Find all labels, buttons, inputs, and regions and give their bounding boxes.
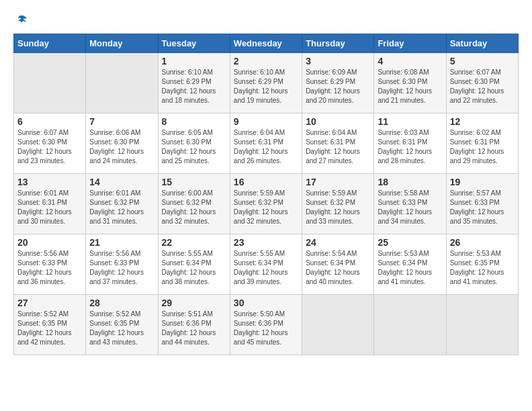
- day-number: 13: [17, 177, 82, 187]
- day-number: 9: [234, 116, 298, 127]
- days-of-week-row: SundayMondayTuesdayWednesdayThursdayFrid…: [14, 34, 519, 53]
- calendar-cell: 11Sunrise: 6:03 AM Sunset: 6:31 PM Dayli…: [374, 113, 446, 174]
- day-number: 29: [162, 298, 226, 308]
- day-info: Sunrise: 5:53 AM Sunset: 6:35 PM Dayligh…: [450, 249, 515, 287]
- day-info: Sunrise: 6:00 AM Sunset: 6:32 PM Dayligh…: [162, 189, 226, 226]
- day-number: 5: [450, 56, 515, 66]
- day-info: Sunrise: 6:10 AM Sunset: 6:29 PM Dayligh…: [162, 68, 226, 105]
- day-info: Sunrise: 6:04 AM Sunset: 6:31 PM Dayligh…: [306, 128, 370, 166]
- week-row-4: 20Sunrise: 5:56 AM Sunset: 6:33 PM Dayli…: [14, 234, 519, 295]
- calendar-cell: 21Sunrise: 5:56 AM Sunset: 6:33 PM Dayli…: [86, 234, 158, 295]
- day-info: Sunrise: 5:53 AM Sunset: 6:34 PM Dayligh…: [378, 249, 442, 287]
- day-info: Sunrise: 6:01 AM Sunset: 6:31 PM Dayligh…: [17, 189, 82, 226]
- calendar-cell: 27Sunrise: 5:52 AM Sunset: 6:35 PM Dayli…: [14, 295, 86, 355]
- day-info: Sunrise: 5:52 AM Sunset: 6:35 PM Dayligh…: [89, 310, 154, 347]
- calendar-cell: 5Sunrise: 6:07 AM Sunset: 6:30 PM Daylig…: [446, 53, 518, 113]
- day-number: 7: [89, 116, 154, 127]
- calendar-cell: 13Sunrise: 6:01 AM Sunset: 6:31 PM Dayli…: [14, 174, 86, 234]
- day-of-week-monday: Monday: [86, 34, 158, 53]
- day-info: Sunrise: 6:02 AM Sunset: 6:31 PM Dayligh…: [450, 128, 515, 166]
- day-number: 16: [234, 177, 298, 187]
- calendar-cell: 26Sunrise: 5:53 AM Sunset: 6:35 PM Dayli…: [446, 234, 518, 295]
- calendar-cell: 14Sunrise: 6:01 AM Sunset: 6:32 PM Dayli…: [86, 174, 158, 234]
- calendar-cell: 22Sunrise: 5:55 AM Sunset: 6:34 PM Dayli…: [158, 234, 230, 295]
- calendar-cell: 29Sunrise: 5:51 AM Sunset: 6:36 PM Dayli…: [158, 295, 230, 355]
- day-number: 10: [306, 116, 370, 127]
- calendar-cell: 19Sunrise: 5:57 AM Sunset: 6:33 PM Dayli…: [446, 174, 518, 234]
- calendar-cell: 8Sunrise: 6:05 AM Sunset: 6:30 PM Daylig…: [158, 113, 230, 174]
- calendar-cell: 16Sunrise: 5:59 AM Sunset: 6:32 PM Dayli…: [230, 174, 302, 234]
- calendar-cell: 1Sunrise: 6:10 AM Sunset: 6:29 PM Daylig…: [158, 53, 230, 113]
- day-info: Sunrise: 6:06 AM Sunset: 6:30 PM Dayligh…: [89, 128, 154, 166]
- day-info: Sunrise: 5:58 AM Sunset: 6:33 PM Dayligh…: [378, 189, 442, 226]
- calendar-cell: 10Sunrise: 6:04 AM Sunset: 6:31 PM Dayli…: [302, 113, 374, 174]
- day-of-week-thursday: Thursday: [302, 34, 374, 53]
- page-header: [13, 13, 519, 27]
- day-number: 27: [17, 298, 82, 308]
- day-of-week-sunday: Sunday: [14, 34, 86, 53]
- day-info: Sunrise: 5:50 AM Sunset: 6:36 PM Dayligh…: [234, 310, 298, 347]
- day-number: 14: [89, 177, 154, 187]
- day-info: Sunrise: 5:52 AM Sunset: 6:35 PM Dayligh…: [17, 310, 82, 347]
- day-of-week-tuesday: Tuesday: [158, 34, 230, 53]
- day-info: Sunrise: 6:03 AM Sunset: 6:31 PM Dayligh…: [378, 128, 442, 166]
- day-number: 17: [306, 177, 370, 187]
- week-row-2: 6Sunrise: 6:07 AM Sunset: 6:30 PM Daylig…: [14, 113, 519, 174]
- day-number: 11: [378, 116, 442, 127]
- day-info: Sunrise: 5:55 AM Sunset: 6:34 PM Dayligh…: [234, 249, 298, 287]
- day-number: 22: [162, 237, 226, 248]
- calendar-cell: 15Sunrise: 6:00 AM Sunset: 6:32 PM Dayli…: [158, 174, 230, 234]
- day-number: 25: [378, 237, 442, 248]
- day-info: Sunrise: 6:07 AM Sunset: 6:30 PM Dayligh…: [17, 128, 82, 166]
- day-info: Sunrise: 6:07 AM Sunset: 6:30 PM Dayligh…: [450, 68, 515, 105]
- day-number: 18: [378, 177, 442, 187]
- day-info: Sunrise: 5:59 AM Sunset: 6:32 PM Dayligh…: [306, 189, 370, 226]
- day-info: Sunrise: 5:59 AM Sunset: 6:32 PM Dayligh…: [234, 189, 298, 226]
- calendar-cell: 3Sunrise: 6:09 AM Sunset: 6:29 PM Daylig…: [302, 53, 374, 113]
- day-number: 8: [162, 116, 226, 127]
- day-number: 24: [306, 237, 370, 248]
- calendar-cell: 12Sunrise: 6:02 AM Sunset: 6:31 PM Dayli…: [446, 113, 518, 174]
- day-info: Sunrise: 5:54 AM Sunset: 6:34 PM Dayligh…: [306, 249, 370, 287]
- day-info: Sunrise: 6:08 AM Sunset: 6:30 PM Dayligh…: [378, 68, 442, 105]
- calendar-cell: 30Sunrise: 5:50 AM Sunset: 6:36 PM Dayli…: [230, 295, 302, 355]
- day-info: Sunrise: 6:09 AM Sunset: 6:29 PM Dayligh…: [306, 68, 370, 105]
- calendar-cell: 2Sunrise: 6:10 AM Sunset: 6:29 PM Daylig…: [230, 53, 302, 113]
- calendar-cell: 7Sunrise: 6:06 AM Sunset: 6:30 PM Daylig…: [86, 113, 158, 174]
- calendar-cell: 17Sunrise: 5:59 AM Sunset: 6:32 PM Dayli…: [302, 174, 374, 234]
- day-number: 4: [378, 56, 442, 66]
- calendar-cell: 4Sunrise: 6:08 AM Sunset: 6:30 PM Daylig…: [374, 53, 446, 113]
- day-info: Sunrise: 6:04 AM Sunset: 6:31 PM Dayligh…: [234, 128, 298, 166]
- calendar-cell: 28Sunrise: 5:52 AM Sunset: 6:35 PM Dayli…: [86, 295, 158, 355]
- logo-bird-icon: [15, 13, 28, 27]
- day-number: 20: [17, 237, 82, 248]
- calendar-cell: 23Sunrise: 5:55 AM Sunset: 6:34 PM Dayli…: [230, 234, 302, 295]
- calendar-cell: [374, 295, 446, 355]
- day-info: Sunrise: 6:01 AM Sunset: 6:32 PM Dayligh…: [89, 189, 154, 226]
- calendar-body: 1Sunrise: 6:10 AM Sunset: 6:29 PM Daylig…: [14, 53, 519, 355]
- logo: [13, 13, 28, 27]
- week-row-5: 27Sunrise: 5:52 AM Sunset: 6:35 PM Dayli…: [14, 295, 519, 355]
- day-info: Sunrise: 5:55 AM Sunset: 6:34 PM Dayligh…: [162, 249, 226, 287]
- week-row-3: 13Sunrise: 6:01 AM Sunset: 6:31 PM Dayli…: [14, 174, 519, 234]
- day-number: 1: [162, 56, 226, 66]
- day-info: Sunrise: 5:57 AM Sunset: 6:33 PM Dayligh…: [450, 189, 515, 226]
- day-number: 3: [306, 56, 370, 66]
- calendar-cell: 20Sunrise: 5:56 AM Sunset: 6:33 PM Dayli…: [14, 234, 86, 295]
- day-of-week-wednesday: Wednesday: [230, 34, 302, 53]
- day-info: Sunrise: 5:56 AM Sunset: 6:33 PM Dayligh…: [17, 249, 82, 287]
- calendar-cell: 24Sunrise: 5:54 AM Sunset: 6:34 PM Dayli…: [302, 234, 374, 295]
- calendar-cell: [14, 53, 86, 113]
- day-number: 19: [450, 177, 515, 187]
- calendar-cell: [446, 295, 518, 355]
- day-info: Sunrise: 6:05 AM Sunset: 6:30 PM Dayligh…: [162, 128, 226, 166]
- calendar-cell: 9Sunrise: 6:04 AM Sunset: 6:31 PM Daylig…: [230, 113, 302, 174]
- day-number: 12: [450, 116, 515, 127]
- day-number: 28: [89, 298, 154, 308]
- calendar-table: SundayMondayTuesdayWednesdayThursdayFrid…: [13, 34, 519, 355]
- day-number: 6: [17, 116, 82, 127]
- calendar-cell: [86, 53, 158, 113]
- week-row-1: 1Sunrise: 6:10 AM Sunset: 6:29 PM Daylig…: [14, 53, 519, 113]
- day-number: 21: [89, 237, 154, 248]
- day-number: 2: [234, 56, 298, 66]
